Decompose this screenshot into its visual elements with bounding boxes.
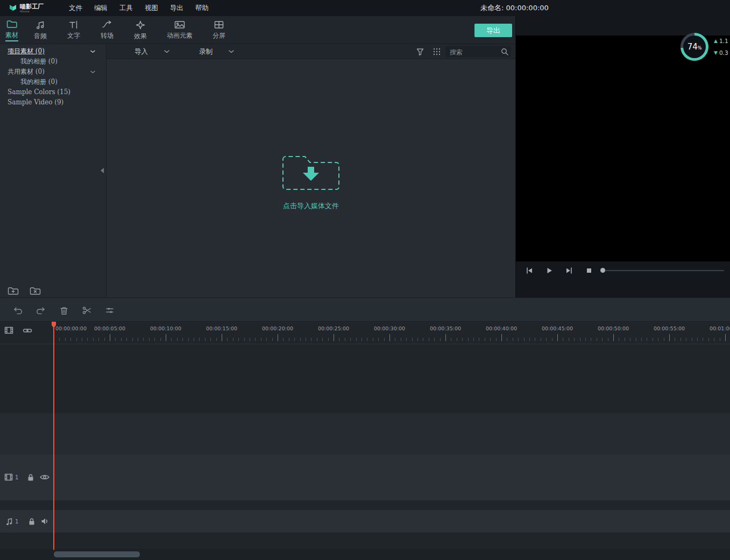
- tab-media[interactable]: 素材: [0, 16, 24, 44]
- tab-text[interactable]: 文字: [57, 16, 90, 44]
- menu-bar: 喵影工厂 filmora 文件 编辑 工具 视图 导出 帮助 未命名: 00:0…: [0, 0, 730, 16]
- ruler-label: 00:00:00:00: [55, 325, 87, 331]
- play-button[interactable]: [545, 266, 554, 275]
- film-frame-plus-icon: [4, 326, 15, 335]
- undo-icon: [13, 306, 23, 315]
- next-frame-icon: [565, 266, 573, 275]
- download-stat-value: 0.3: [719, 49, 728, 56]
- horizontal-scrollbar[interactable]: [54, 551, 140, 557]
- tab-label: 文字: [67, 31, 80, 40]
- lock-icon: [28, 518, 36, 526]
- timeline-toolbar: [0, 297, 730, 322]
- upload-stat-value: 1.1: [719, 38, 728, 44]
- video-preview-area: [516, 36, 730, 261]
- ruler-label: 00:00:10:00: [150, 325, 181, 331]
- sidebar-collapse-arrow-icon[interactable]: [101, 168, 104, 173]
- chevron-down-icon: [164, 50, 169, 53]
- timeline-lane-upper: [0, 413, 730, 455]
- stop-icon: [585, 266, 593, 275]
- seek-slider-handle[interactable]: [600, 268, 605, 273]
- eye-icon: [40, 474, 49, 480]
- tab-effects[interactable]: 效果: [124, 16, 157, 44]
- upload-stat: ▲ 1.1: [714, 38, 728, 44]
- app-name-sub: filmora: [20, 10, 44, 13]
- import-dropzone[interactable]: 点击导入媒体文件: [280, 150, 342, 211]
- ruler-label: 00:00:45:00: [542, 325, 573, 331]
- delete-folder-button[interactable]: [30, 286, 41, 295]
- menu-item-help[interactable]: 帮助: [189, 0, 215, 16]
- transition-icon: [102, 20, 112, 29]
- download-stat: ▼ 0.3: [714, 49, 728, 56]
- grid-view-button[interactable]: [433, 48, 441, 55]
- chevron-down-icon[interactable]: [90, 70, 95, 74]
- menu-item-file[interactable]: 文件: [63, 0, 88, 16]
- sliders-icon: [105, 306, 115, 315]
- ruler-label: 00:00:35:00: [430, 325, 461, 331]
- sidebar-footer: [8, 286, 41, 295]
- sidebar-item-project-media[interactable]: 项目素材 (0): [0, 46, 106, 56]
- audio-track-number: 1: [15, 519, 18, 524]
- audio-track-mute-button[interactable]: [41, 518, 49, 525]
- sidebar-item-shared-media[interactable]: 共用素材 (0): [0, 67, 106, 77]
- preview-panel: 74 % ▲ 1.1 ▼ 0.3: [515, 16, 730, 297]
- render-percent-unit: %: [698, 46, 702, 51]
- ruler-label: 00:01:00:00: [710, 325, 730, 331]
- menu-item-export[interactable]: 导出: [164, 0, 189, 16]
- menu-item-tools[interactable]: 工具: [114, 0, 139, 16]
- filter-button[interactable]: [416, 48, 424, 55]
- next-frame-button[interactable]: [565, 266, 573, 275]
- ruler-label: 00:00:05:00: [94, 325, 125, 331]
- tab-label: 效果: [134, 32, 147, 41]
- library-tab-bar: 素材 音频 文字 转场 效果 动画元素 分屏 导出: [0, 16, 515, 44]
- time-ruler[interactable]: 00:00:00:00 00:00:05:00 00:00:10:00 00:0…: [0, 322, 730, 344]
- video-track-lock-button[interactable]: [27, 473, 34, 481]
- tab-elements[interactable]: 动画元素: [157, 16, 202, 44]
- sidebar-item-my-album-1[interactable]: 我的相册 (0): [0, 56, 106, 67]
- chevron-down-icon[interactable]: [90, 50, 95, 53]
- menu-item-view[interactable]: 视图: [139, 0, 164, 16]
- audio-track-header: 1: [0, 515, 53, 527]
- folder-icon: [6, 19, 17, 29]
- stop-button[interactable]: [585, 266, 593, 275]
- export-button[interactable]: 导出: [474, 24, 512, 37]
- search-box: [445, 46, 511, 57]
- redo-button[interactable]: [36, 306, 45, 315]
- menu-item-edit[interactable]: 编辑: [88, 0, 114, 16]
- project-title-timecode: 未命名: 00:00:00:00: [480, 0, 549, 16]
- filmora-app-window: 喵影工厂 filmora 文件 编辑 工具 视图 导出 帮助 未命名: 00:0…: [0, 0, 730, 560]
- link-button[interactable]: [23, 325, 33, 335]
- arrow-down-icon: ▼: [714, 50, 718, 55]
- search-icon[interactable]: [501, 48, 508, 55]
- audio-track-lock-button[interactable]: [28, 518, 36, 526]
- seek-bar: [603, 270, 724, 271]
- undo-button[interactable]: [13, 306, 23, 315]
- split-button[interactable]: [82, 306, 92, 315]
- tab-transition[interactable]: 转场: [90, 16, 124, 44]
- add-folder-button[interactable]: [8, 286, 19, 295]
- add-to-timeline-button[interactable]: [4, 325, 15, 335]
- tab-audio[interactable]: 音频: [24, 16, 57, 44]
- previous-frame-button[interactable]: [525, 266, 534, 275]
- sidebar-item-label: 项目素材 (0): [8, 47, 45, 55]
- video-track-visibility-button[interactable]: [40, 474, 49, 480]
- text-icon: [69, 20, 79, 29]
- speaker-icon: [41, 518, 49, 525]
- adjust-button[interactable]: [105, 306, 115, 315]
- record-dropdown[interactable]: 录制: [199, 44, 234, 59]
- audio-track-lane: [0, 510, 730, 533]
- tab-label: 素材: [5, 31, 18, 41]
- tab-split-screen[interactable]: 分屏: [202, 16, 236, 44]
- sidebar-item-sample-video[interactable]: Sample Video (9): [0, 97, 106, 108]
- music-icon: [36, 20, 45, 30]
- chevron-down-icon: [229, 50, 234, 53]
- sidebar-item-sample-colors[interactable]: Sample Colors (15): [0, 87, 106, 97]
- sidebar-item-my-album-2[interactable]: 我的相册 (0): [0, 77, 106, 87]
- ruler-label: 00:00:20:00: [262, 325, 293, 331]
- ruler-label: 00:00:40:00: [486, 325, 517, 331]
- redo-icon: [36, 306, 45, 315]
- timeline-corner-tools: [0, 322, 53, 344]
- elements-icon: [174, 20, 185, 29]
- delete-button[interactable]: [60, 306, 69, 315]
- playhead[interactable]: [53, 322, 54, 550]
- import-dropdown[interactable]: 导入: [134, 44, 169, 59]
